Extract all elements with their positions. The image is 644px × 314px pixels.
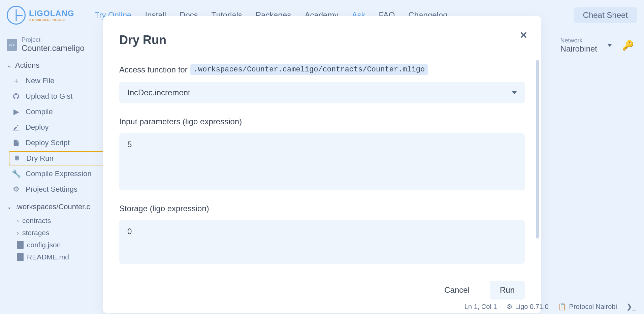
modal-title: Dry Run [119, 33, 525, 47]
run-button[interactable]: Run [490, 281, 525, 300]
status-bar: Ln 1, Col 1 ⚙ Ligo 0.71.0 📋 Protocol Nai… [0, 299, 644, 314]
dropdown-icon [512, 91, 517, 94]
function-select-value: IncDec.increment [127, 88, 190, 97]
storage-textarea[interactable] [119, 220, 525, 264]
terminal-icon[interactable]: ❯_ [626, 303, 636, 311]
ligo-version[interactable]: ⚙ Ligo 0.71.0 [507, 303, 549, 311]
cursor-position: Ln 1, Col 1 [464, 303, 497, 311]
input-params-label: Input parameters (ligo expression) [119, 117, 525, 126]
close-icon[interactable]: ✕ [520, 30, 527, 41]
modal-overlay: ✕ Dry Run Access function for .workspace… [0, 0, 644, 314]
gear-icon: ⚙ [507, 303, 513, 311]
cancel-button[interactable]: Cancel [434, 281, 480, 300]
access-function-label: Access function for .workspaces/Counter.… [119, 64, 525, 75]
storage-label: Storage (ligo expression) [119, 204, 525, 213]
input-params-textarea[interactable] [119, 133, 525, 190]
function-select[interactable]: IncDec.increment [119, 82, 525, 103]
modal-scrollbar[interactable] [536, 60, 539, 239]
dry-run-modal: ✕ Dry Run Access function for .workspace… [103, 16, 541, 313]
clipboard-icon: 📋 [558, 303, 567, 311]
protocol[interactable]: 📋 Protocol Nairobi [558, 303, 617, 311]
access-path: .workspaces/Counter.cameligo/contracts/C… [190, 64, 428, 75]
